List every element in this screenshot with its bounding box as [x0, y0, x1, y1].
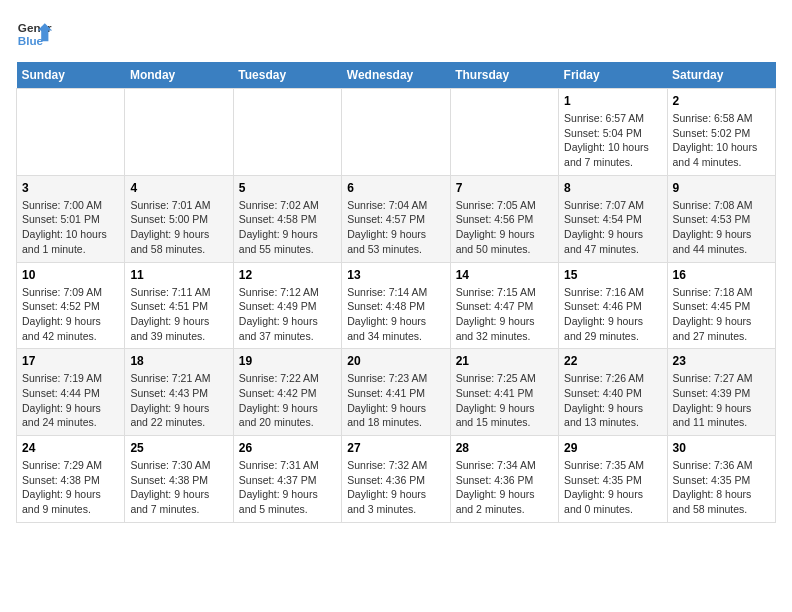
- day-info: Sunrise: 7:23 AM Sunset: 4:41 PM Dayligh…: [347, 371, 444, 430]
- day-number: 6: [347, 181, 444, 195]
- day-info: Sunrise: 6:57 AM Sunset: 5:04 PM Dayligh…: [564, 111, 661, 170]
- day-number: 22: [564, 354, 661, 368]
- calendar-cell: 22Sunrise: 7:26 AM Sunset: 4:40 PM Dayli…: [559, 349, 667, 436]
- calendar-cell: [233, 89, 341, 176]
- day-number: 25: [130, 441, 227, 455]
- day-info: Sunrise: 7:09 AM Sunset: 4:52 PM Dayligh…: [22, 285, 119, 344]
- day-info: Sunrise: 7:01 AM Sunset: 5:00 PM Dayligh…: [130, 198, 227, 257]
- day-number: 26: [239, 441, 336, 455]
- day-number: 9: [673, 181, 770, 195]
- calendar-cell: 1Sunrise: 6:57 AM Sunset: 5:04 PM Daylig…: [559, 89, 667, 176]
- calendar-cell: 24Sunrise: 7:29 AM Sunset: 4:38 PM Dayli…: [17, 436, 125, 523]
- calendar-cell: [450, 89, 558, 176]
- weekday-header: Sunday: [17, 62, 125, 89]
- calendar-week-row: 1Sunrise: 6:57 AM Sunset: 5:04 PM Daylig…: [17, 89, 776, 176]
- calendar-cell: 6Sunrise: 7:04 AM Sunset: 4:57 PM Daylig…: [342, 175, 450, 262]
- calendar-cell: 28Sunrise: 7:34 AM Sunset: 4:36 PM Dayli…: [450, 436, 558, 523]
- day-info: Sunrise: 7:36 AM Sunset: 4:35 PM Dayligh…: [673, 458, 770, 517]
- calendar-cell: 7Sunrise: 7:05 AM Sunset: 4:56 PM Daylig…: [450, 175, 558, 262]
- day-number: 1: [564, 94, 661, 108]
- day-info: Sunrise: 7:04 AM Sunset: 4:57 PM Dayligh…: [347, 198, 444, 257]
- day-info: Sunrise: 7:30 AM Sunset: 4:38 PM Dayligh…: [130, 458, 227, 517]
- weekday-header-row: SundayMondayTuesdayWednesdayThursdayFrid…: [17, 62, 776, 89]
- day-number: 8: [564, 181, 661, 195]
- day-info: Sunrise: 7:14 AM Sunset: 4:48 PM Dayligh…: [347, 285, 444, 344]
- calendar-cell: 18Sunrise: 7:21 AM Sunset: 4:43 PM Dayli…: [125, 349, 233, 436]
- day-info: Sunrise: 7:07 AM Sunset: 4:54 PM Dayligh…: [564, 198, 661, 257]
- calendar-cell: 4Sunrise: 7:01 AM Sunset: 5:00 PM Daylig…: [125, 175, 233, 262]
- weekday-header: Saturday: [667, 62, 775, 89]
- calendar-cell: 19Sunrise: 7:22 AM Sunset: 4:42 PM Dayli…: [233, 349, 341, 436]
- calendar-week-row: 3Sunrise: 7:00 AM Sunset: 5:01 PM Daylig…: [17, 175, 776, 262]
- svg-text:Blue: Blue: [18, 34, 44, 47]
- calendar-week-row: 24Sunrise: 7:29 AM Sunset: 4:38 PM Dayli…: [17, 436, 776, 523]
- day-number: 4: [130, 181, 227, 195]
- day-number: 7: [456, 181, 553, 195]
- day-info: Sunrise: 7:26 AM Sunset: 4:40 PM Dayligh…: [564, 371, 661, 430]
- weekday-header: Thursday: [450, 62, 558, 89]
- day-info: Sunrise: 7:16 AM Sunset: 4:46 PM Dayligh…: [564, 285, 661, 344]
- calendar-week-row: 10Sunrise: 7:09 AM Sunset: 4:52 PM Dayli…: [17, 262, 776, 349]
- day-info: Sunrise: 7:15 AM Sunset: 4:47 PM Dayligh…: [456, 285, 553, 344]
- day-number: 27: [347, 441, 444, 455]
- day-info: Sunrise: 7:08 AM Sunset: 4:53 PM Dayligh…: [673, 198, 770, 257]
- day-number: 28: [456, 441, 553, 455]
- weekday-header: Wednesday: [342, 62, 450, 89]
- calendar-cell: 11Sunrise: 7:11 AM Sunset: 4:51 PM Dayli…: [125, 262, 233, 349]
- day-info: Sunrise: 7:21 AM Sunset: 4:43 PM Dayligh…: [130, 371, 227, 430]
- page-header: General Blue: [16, 16, 776, 52]
- day-number: 14: [456, 268, 553, 282]
- calendar-cell: 10Sunrise: 7:09 AM Sunset: 4:52 PM Dayli…: [17, 262, 125, 349]
- day-number: 21: [456, 354, 553, 368]
- weekday-header: Tuesday: [233, 62, 341, 89]
- day-number: 23: [673, 354, 770, 368]
- calendar-cell: 12Sunrise: 7:12 AM Sunset: 4:49 PM Dayli…: [233, 262, 341, 349]
- day-info: Sunrise: 7:05 AM Sunset: 4:56 PM Dayligh…: [456, 198, 553, 257]
- day-info: Sunrise: 7:27 AM Sunset: 4:39 PM Dayligh…: [673, 371, 770, 430]
- calendar-cell: 5Sunrise: 7:02 AM Sunset: 4:58 PM Daylig…: [233, 175, 341, 262]
- day-number: 12: [239, 268, 336, 282]
- calendar-cell: 20Sunrise: 7:23 AM Sunset: 4:41 PM Dayli…: [342, 349, 450, 436]
- calendar-cell: [125, 89, 233, 176]
- day-info: Sunrise: 7:19 AM Sunset: 4:44 PM Dayligh…: [22, 371, 119, 430]
- logo-icon: General Blue: [16, 16, 52, 52]
- calendar-cell: 16Sunrise: 7:18 AM Sunset: 4:45 PM Dayli…: [667, 262, 775, 349]
- calendar-cell: 25Sunrise: 7:30 AM Sunset: 4:38 PM Dayli…: [125, 436, 233, 523]
- day-info: Sunrise: 7:29 AM Sunset: 4:38 PM Dayligh…: [22, 458, 119, 517]
- day-info: Sunrise: 7:11 AM Sunset: 4:51 PM Dayligh…: [130, 285, 227, 344]
- weekday-header: Monday: [125, 62, 233, 89]
- day-info: Sunrise: 7:34 AM Sunset: 4:36 PM Dayligh…: [456, 458, 553, 517]
- day-number: 10: [22, 268, 119, 282]
- calendar-week-row: 17Sunrise: 7:19 AM Sunset: 4:44 PM Dayli…: [17, 349, 776, 436]
- logo: General Blue: [16, 16, 52, 52]
- day-number: 11: [130, 268, 227, 282]
- calendar-cell: [17, 89, 125, 176]
- day-number: 2: [673, 94, 770, 108]
- day-info: Sunrise: 7:35 AM Sunset: 4:35 PM Dayligh…: [564, 458, 661, 517]
- day-number: 5: [239, 181, 336, 195]
- day-number: 29: [564, 441, 661, 455]
- day-info: Sunrise: 7:32 AM Sunset: 4:36 PM Dayligh…: [347, 458, 444, 517]
- calendar-cell: 21Sunrise: 7:25 AM Sunset: 4:41 PM Dayli…: [450, 349, 558, 436]
- day-number: 24: [22, 441, 119, 455]
- calendar-cell: 8Sunrise: 7:07 AM Sunset: 4:54 PM Daylig…: [559, 175, 667, 262]
- day-number: 15: [564, 268, 661, 282]
- day-number: 20: [347, 354, 444, 368]
- day-info: Sunrise: 7:25 AM Sunset: 4:41 PM Dayligh…: [456, 371, 553, 430]
- calendar-cell: 9Sunrise: 7:08 AM Sunset: 4:53 PM Daylig…: [667, 175, 775, 262]
- day-info: Sunrise: 7:00 AM Sunset: 5:01 PM Dayligh…: [22, 198, 119, 257]
- day-number: 17: [22, 354, 119, 368]
- calendar-cell: [342, 89, 450, 176]
- day-number: 19: [239, 354, 336, 368]
- calendar-cell: 30Sunrise: 7:36 AM Sunset: 4:35 PM Dayli…: [667, 436, 775, 523]
- calendar-cell: 29Sunrise: 7:35 AM Sunset: 4:35 PM Dayli…: [559, 436, 667, 523]
- day-number: 18: [130, 354, 227, 368]
- calendar-cell: 26Sunrise: 7:31 AM Sunset: 4:37 PM Dayli…: [233, 436, 341, 523]
- day-number: 16: [673, 268, 770, 282]
- calendar-cell: 17Sunrise: 7:19 AM Sunset: 4:44 PM Dayli…: [17, 349, 125, 436]
- calendar-cell: 2Sunrise: 6:58 AM Sunset: 5:02 PM Daylig…: [667, 89, 775, 176]
- calendar-cell: 23Sunrise: 7:27 AM Sunset: 4:39 PM Dayli…: [667, 349, 775, 436]
- calendar-cell: 13Sunrise: 7:14 AM Sunset: 4:48 PM Dayli…: [342, 262, 450, 349]
- day-info: Sunrise: 7:22 AM Sunset: 4:42 PM Dayligh…: [239, 371, 336, 430]
- day-info: Sunrise: 7:12 AM Sunset: 4:49 PM Dayligh…: [239, 285, 336, 344]
